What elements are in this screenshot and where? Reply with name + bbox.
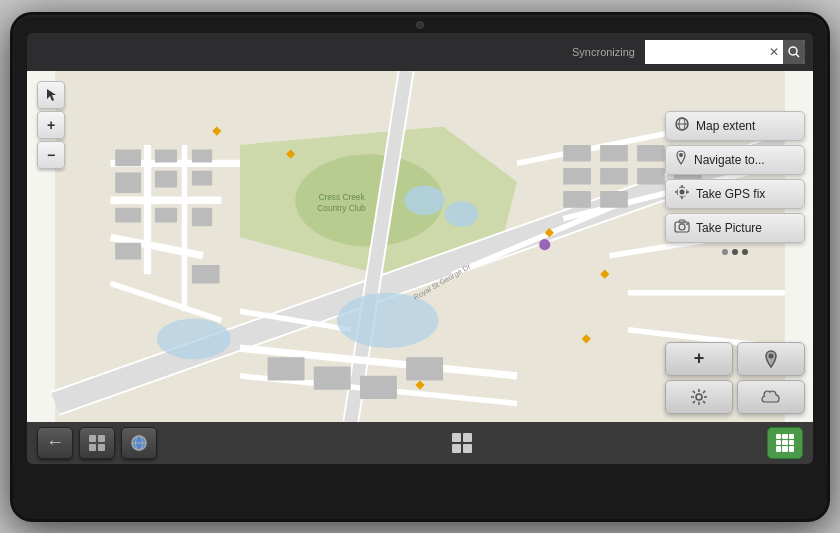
svg-point-77 <box>679 224 685 230</box>
svg-rect-33 <box>563 144 591 161</box>
globe-icon <box>674 116 690 132</box>
svg-point-79 <box>686 223 688 225</box>
svg-rect-28 <box>155 207 177 222</box>
pointer-icon <box>44 88 58 102</box>
map-extent-button[interactable]: Map extent <box>665 111 805 141</box>
svg-rect-40 <box>637 167 665 184</box>
svg-rect-82 <box>89 435 96 442</box>
bottom-left-buttons: ← <box>37 427 157 459</box>
map-container[interactable]: Cress Creek Country Club Royal St George… <box>27 71 813 422</box>
satellite-icon <box>674 184 690 200</box>
bottom-right <box>767 427 803 459</box>
dots-indicator <box>665 249 805 255</box>
take-picture-button[interactable]: Take Picture <box>665 213 805 243</box>
take-gps-label: Take GPS fix <box>696 187 765 201</box>
svg-rect-61 <box>268 357 305 380</box>
dot-3 <box>742 249 748 255</box>
svg-rect-31 <box>192 207 212 225</box>
cloud-button[interactable] <box>737 380 805 414</box>
svg-point-45 <box>337 292 439 347</box>
svg-point-70 <box>680 190 685 195</box>
map-controls-left: + − <box>37 81 65 169</box>
navigate-to-button[interactable]: Navigate to... <box>665 145 805 175</box>
svg-point-69 <box>679 153 683 157</box>
svg-text:Country Club: Country Club <box>317 203 366 213</box>
svg-rect-25 <box>115 242 141 259</box>
svg-rect-38 <box>563 167 591 184</box>
svg-rect-23 <box>115 172 141 192</box>
camera-dot <box>416 21 424 29</box>
screen: Syncronizing ✕ <box>27 33 813 464</box>
svg-rect-27 <box>155 170 177 187</box>
svg-rect-43 <box>600 191 628 208</box>
pointer-button[interactable] <box>37 81 65 109</box>
svg-rect-85 <box>98 444 105 451</box>
tablet-bottom-bezel <box>13 464 827 519</box>
svg-rect-35 <box>637 144 665 161</box>
green-grid-icon <box>776 434 794 452</box>
globe-button[interactable] <box>121 427 157 459</box>
take-gps-button[interactable]: Take GPS fix <box>665 179 805 209</box>
tablet: Syncronizing ✕ <box>10 12 830 522</box>
svg-rect-63 <box>360 375 397 398</box>
svg-rect-24 <box>115 207 141 222</box>
svg-point-47 <box>445 201 478 227</box>
svg-rect-39 <box>600 167 628 184</box>
search-button[interactable] <box>783 40 805 64</box>
back-button[interactable]: ← <box>37 427 73 459</box>
search-input[interactable] <box>645 40 765 64</box>
svg-rect-42 <box>563 191 591 208</box>
navigate-icon <box>674 150 688 169</box>
pin-button[interactable] <box>737 342 805 376</box>
svg-rect-22 <box>115 149 141 166</box>
clear-button[interactable]: ✕ <box>765 40 783 64</box>
navigate-to-label: Navigate to... <box>694 153 765 167</box>
settings-button[interactable] <box>665 380 733 414</box>
svg-rect-64 <box>406 357 443 380</box>
svg-rect-84 <box>89 444 96 451</box>
gps-icon <box>674 184 690 203</box>
map-extent-icon <box>674 116 690 135</box>
dot-2 <box>732 249 738 255</box>
windows-button[interactable] <box>452 433 472 453</box>
right-panel: Map extent Navigate to... <box>665 111 805 255</box>
top-bar: Syncronizing ✕ <box>27 33 813 71</box>
svg-point-44 <box>157 318 231 359</box>
svg-rect-83 <box>98 435 105 442</box>
back-icon: ← <box>46 432 64 453</box>
green-grid-button[interactable] <box>767 427 803 459</box>
bottom-actions: + <box>665 342 805 414</box>
svg-point-0 <box>789 47 797 55</box>
action-row-2 <box>665 380 805 414</box>
zoom-in-button[interactable]: + <box>37 111 65 139</box>
zoom-out-button[interactable]: − <box>37 141 65 169</box>
camera-icon <box>674 219 690 236</box>
add-button[interactable]: + <box>665 342 733 376</box>
svg-point-46 <box>404 185 445 215</box>
dot-1 <box>722 249 728 255</box>
svg-rect-26 <box>155 149 177 162</box>
settings-icon <box>690 388 708 406</box>
svg-point-81 <box>696 394 702 400</box>
svg-point-57 <box>539 239 550 250</box>
svg-rect-29 <box>192 149 212 162</box>
search-icon <box>788 46 800 58</box>
bottom-center <box>157 433 767 453</box>
zoom-out-label: − <box>47 147 55 163</box>
svg-rect-30 <box>192 170 212 185</box>
add-icon: + <box>694 348 705 369</box>
take-picture-label: Take Picture <box>696 221 762 235</box>
svg-point-80 <box>769 353 774 358</box>
zoom-in-label: + <box>47 117 55 133</box>
grid-view-icon <box>88 434 106 452</box>
bottom-bar: ← <box>27 422 813 464</box>
globe-bottom-icon <box>130 434 148 452</box>
camera-svg-icon <box>674 219 690 233</box>
svg-marker-65 <box>47 89 56 101</box>
map-extent-label: Map extent <box>696 119 755 133</box>
svg-text:Cress Creek: Cress Creek <box>318 192 365 202</box>
map-pin-icon <box>763 350 779 368</box>
cloud-icon <box>761 390 781 404</box>
svg-rect-62 <box>314 366 351 389</box>
grid-view-button[interactable] <box>79 427 115 459</box>
